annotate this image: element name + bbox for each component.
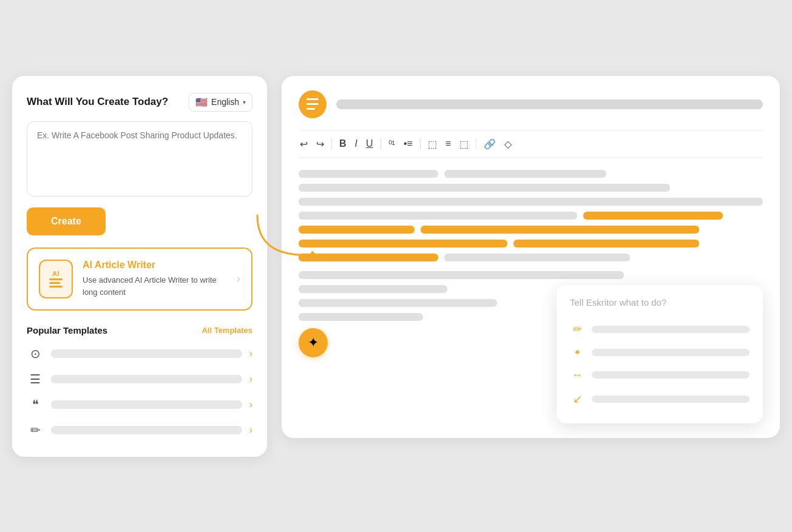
ai-badge: AI — [52, 270, 59, 277]
eskritor-option-simplify[interactable]: ↙ — [570, 387, 750, 411]
eskritor-option-expand[interactable]: ↔ — [570, 363, 750, 387]
ordered-list-icon[interactable]: ⁰¹ — [387, 137, 396, 151]
ai-card-lines — [49, 278, 63, 288]
content-bar-4a — [299, 212, 577, 220]
language-label: English — [211, 97, 239, 107]
bold-icon[interactable]: B — [338, 137, 348, 150]
align-left-icon[interactable]: ⬚ — [427, 137, 438, 151]
content-bar-8a — [299, 271, 624, 279]
rephrase-icon: ✏ — [570, 323, 584, 336]
content-row-3 — [299, 198, 763, 206]
rephrase-bar — [592, 326, 750, 333]
right-panel: ↩ ↪ B I U ⁰¹ •≡ ⬚ ≡ ⬚ 🔗 ◇ — [282, 76, 780, 438]
content-row-5 — [299, 226, 763, 234]
content-bar-5a — [299, 226, 415, 234]
template-bar-4 — [51, 426, 242, 434]
content-bar-4b — [583, 212, 723, 220]
left-panel: What Will You Create Today? 🇺🇸 English ▾… — [12, 76, 267, 457]
menu-line-3 — [306, 108, 315, 110]
content-row-10 — [299, 299, 547, 307]
ai-card-text: AI Article Writer Use advanced AI Articl… — [83, 260, 227, 298]
template-item-3[interactable]: ❝ › — [27, 395, 252, 414]
ai-line-1 — [49, 278, 63, 280]
unordered-list-icon[interactable]: •≡ — [402, 137, 414, 150]
ai-card-title: AI Article Writer — [83, 260, 227, 271]
menu-line-1 — [306, 98, 319, 100]
template-bar-2 — [51, 375, 242, 383]
content-row-9 — [299, 285, 547, 293]
template-item-1[interactable]: ⊙ › — [27, 344, 252, 363]
content-bar-11a — [299, 313, 423, 321]
underline-icon[interactable]: U — [365, 137, 374, 150]
template-item-2[interactable]: ☰ › — [27, 369, 252, 389]
align-right-icon[interactable]: ⬚ — [458, 137, 470, 151]
chevron-down-icon: ▾ — [243, 99, 246, 106]
content-bar-1b — [444, 170, 607, 178]
template-icon-3: ❝ — [27, 397, 44, 412]
editor-content — [299, 170, 763, 261]
ai-card-description: Use advanced AI Article Writer to write … — [83, 274, 227, 298]
align-center-icon[interactable]: ≡ — [444, 137, 452, 150]
content-bar-5b — [421, 226, 699, 234]
improve-icon: ✦ — [570, 347, 584, 358]
flag-icon: 🇺🇸 — [195, 96, 208, 108]
editor-header — [299, 90, 763, 118]
panel-title: What Will You Create Today? — [27, 96, 168, 108]
ai-article-writer-card[interactable]: AI AI Article Writer Use advanced AI Art… — [27, 247, 252, 311]
template-icon-1: ⊙ — [27, 346, 44, 361]
ai-card-icon: AI — [39, 260, 73, 298]
eskritor-option-rephrase[interactable]: ✏ — [570, 317, 750, 342]
prompt-textarea[interactable] — [37, 130, 242, 185]
popular-templates-title: Popular Templates — [27, 325, 107, 335]
language-selector[interactable]: 🇺🇸 English ▾ — [189, 93, 252, 112]
template-arrow-2: › — [249, 374, 252, 385]
content-bar-3a — [299, 198, 763, 206]
content-bar-7a — [299, 254, 438, 261]
menu-icon-circle[interactable] — [299, 90, 327, 118]
template-arrow-4: › — [249, 425, 252, 436]
ai-card-chevron-icon: › — [237, 272, 240, 285]
content-row-2 — [299, 184, 763, 192]
prompt-textarea-wrapper[interactable] — [27, 121, 252, 197]
improve-bar — [592, 349, 750, 356]
popular-templates-header: Popular Templates All Templates — [27, 325, 252, 335]
content-row-1 — [299, 170, 763, 178]
ai-sparkle-button[interactable]: ✦ — [299, 328, 328, 357]
all-templates-link[interactable]: All Templates — [201, 326, 252, 335]
content-bar-1a — [299, 170, 438, 178]
simplify-icon: ↙ — [570, 392, 584, 406]
template-icon-2: ☰ — [27, 372, 44, 386]
template-arrow-1: › — [249, 348, 252, 359]
highlight-icon[interactable]: ◇ — [503, 137, 513, 151]
bottom-content-lines — [299, 285, 547, 321]
toolbar-separator-2 — [381, 138, 381, 149]
link-icon[interactable]: 🔗 — [482, 137, 497, 151]
editor-title-bar — [336, 99, 763, 109]
content-row-4 — [299, 212, 763, 220]
template-list: ⊙ › ☰ › ❝ › ✏ › — [27, 344, 252, 440]
bottom-content-area: ✦ Tell Eskritor what to do? ✏ ✦ ↔ — [299, 285, 763, 423]
create-button[interactable]: Create — [27, 207, 106, 235]
template-item-4[interactable]: ✏ › — [27, 420, 252, 440]
content-bar-10a — [299, 299, 497, 307]
toolbar-separator-3 — [420, 138, 421, 149]
undo-icon[interactable]: ↩ — [299, 137, 309, 151]
content-row-8 — [299, 271, 763, 279]
simplify-bar — [592, 396, 750, 403]
redo-icon[interactable]: ↪ — [315, 137, 325, 151]
content-bar-9a — [299, 285, 447, 293]
left-content-area: ✦ — [299, 285, 547, 357]
template-bar-3 — [51, 400, 242, 409]
template-bar-1 — [51, 349, 242, 358]
italic-icon[interactable]: I — [354, 137, 359, 150]
content-bar-7b — [444, 254, 630, 261]
menu-line-2 — [306, 103, 319, 105]
content-bar-2a — [299, 184, 670, 192]
content-row-6 — [299, 240, 763, 247]
content-row-11 — [299, 313, 547, 321]
template-icon-4: ✏ — [27, 423, 44, 437]
template-arrow-3: › — [249, 399, 252, 410]
toolbar-separator-4 — [476, 138, 476, 149]
eskritor-option-improve[interactable]: ✦ — [570, 342, 750, 363]
menu-lines — [306, 98, 319, 110]
